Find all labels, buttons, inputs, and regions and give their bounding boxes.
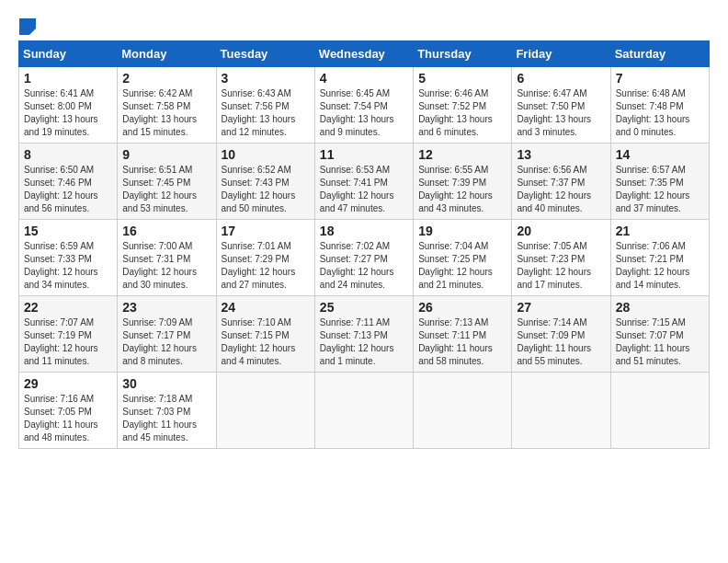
- calendar-cell: 11Sunrise: 6:53 AMSunset: 7:41 PMDayligh…: [314, 144, 413, 220]
- day-number: 2: [122, 71, 210, 86]
- day-number: 1: [24, 71, 112, 86]
- calendar-cell: 7Sunrise: 6:48 AMSunset: 7:48 PMDaylight…: [610, 67, 709, 144]
- day-info: Sunrise: 6:57 AMSunset: 7:35 PMDaylight:…: [616, 165, 690, 213]
- day-number: 27: [517, 300, 605, 315]
- day-number: 10: [222, 147, 310, 162]
- calendar-cell: 24Sunrise: 7:10 AMSunset: 7:15 PMDayligh…: [216, 296, 314, 373]
- logo: [18, 18, 37, 31]
- day-number: 11: [320, 147, 408, 162]
- calendar-cell: 4Sunrise: 6:45 AMSunset: 7:54 PMDaylight…: [314, 67, 413, 144]
- day-info: Sunrise: 6:48 AMSunset: 7:48 PMDaylight:…: [616, 88, 690, 137]
- day-number: 28: [616, 300, 704, 315]
- calendar-cell-empty: [216, 373, 314, 449]
- day-number: 9: [122, 147, 210, 162]
- day-info: Sunrise: 7:02 AMSunset: 7:27 PMDaylight:…: [320, 241, 394, 290]
- calendar-cell-empty: [414, 373, 512, 449]
- calendar-day-header: Monday: [118, 41, 216, 67]
- logo-icon: [19, 18, 36, 35]
- calendar-cell: 15Sunrise: 6:59 AMSunset: 7:33 PMDayligh…: [19, 220, 118, 296]
- day-number: 21: [616, 224, 704, 238]
- day-number: 19: [418, 224, 506, 238]
- day-number: 18: [320, 224, 408, 238]
- day-info: Sunrise: 7:11 AMSunset: 7:13 PMDaylight:…: [320, 317, 394, 366]
- calendar-table: SundayMondayTuesdayWednesdayThursdayFrid…: [18, 40, 710, 449]
- day-number: 23: [122, 300, 210, 315]
- calendar-cell-empty: [314, 373, 413, 449]
- calendar-cell-empty: [512, 373, 610, 449]
- day-info: Sunrise: 6:41 AMSunset: 8:00 PMDaylight:…: [24, 88, 98, 137]
- day-number: 26: [418, 300, 506, 315]
- day-info: Sunrise: 7:00 AMSunset: 7:31 PMDaylight:…: [122, 241, 197, 290]
- day-info: Sunrise: 6:59 AMSunset: 7:33 PMDaylight:…: [24, 241, 98, 290]
- calendar-cell: 9Sunrise: 6:51 AMSunset: 7:45 PMDaylight…: [118, 144, 216, 220]
- calendar-cell: 6Sunrise: 6:47 AMSunset: 7:50 PMDaylight…: [512, 67, 610, 144]
- day-number: 30: [122, 376, 210, 391]
- calendar-cell: 18Sunrise: 7:02 AMSunset: 7:27 PMDayligh…: [314, 220, 413, 296]
- day-number: 7: [616, 71, 704, 86]
- calendar-week-row: 8Sunrise: 6:50 AMSunset: 7:46 PMDaylight…: [19, 144, 710, 220]
- day-info: Sunrise: 6:55 AMSunset: 7:39 PMDaylight:…: [418, 165, 493, 213]
- calendar-week-row: 22Sunrise: 7:07 AMSunset: 7:19 PMDayligh…: [19, 296, 710, 373]
- calendar-cell: 16Sunrise: 7:00 AMSunset: 7:31 PMDayligh…: [118, 220, 216, 296]
- calendar-day-header: Wednesday: [314, 41, 413, 67]
- calendar-day-header: Sunday: [19, 41, 118, 67]
- day-number: 13: [517, 147, 605, 162]
- day-number: 5: [418, 71, 506, 86]
- calendar-cell: 26Sunrise: 7:13 AMSunset: 7:11 PMDayligh…: [414, 296, 512, 373]
- day-info: Sunrise: 7:15 AMSunset: 7:07 PMDaylight:…: [616, 317, 690, 366]
- calendar-day-header: Tuesday: [216, 41, 314, 67]
- day-info: Sunrise: 6:51 AMSunset: 7:45 PMDaylight:…: [122, 165, 197, 213]
- day-number: 20: [517, 224, 605, 238]
- day-number: 29: [24, 376, 112, 391]
- day-info: Sunrise: 7:10 AMSunset: 7:15 PMDaylight:…: [222, 317, 296, 366]
- calendar-cell: 8Sunrise: 6:50 AMSunset: 7:46 PMDaylight…: [19, 144, 118, 220]
- day-number: 8: [24, 147, 112, 162]
- calendar-cell: 5Sunrise: 6:46 AMSunset: 7:52 PMDaylight…: [414, 67, 512, 144]
- calendar-cell: 27Sunrise: 7:14 AMSunset: 7:09 PMDayligh…: [512, 296, 610, 373]
- calendar-cell: 14Sunrise: 6:57 AMSunset: 7:35 PMDayligh…: [610, 144, 709, 220]
- day-info: Sunrise: 7:13 AMSunset: 7:11 PMDaylight:…: [418, 317, 493, 366]
- calendar-cell: 22Sunrise: 7:07 AMSunset: 7:19 PMDayligh…: [19, 296, 118, 373]
- day-info: Sunrise: 6:56 AMSunset: 7:37 PMDaylight:…: [517, 165, 591, 213]
- calendar-cell-empty: [610, 373, 709, 449]
- page-header: [18, 18, 710, 31]
- calendar-cell: 10Sunrise: 6:52 AMSunset: 7:43 PMDayligh…: [216, 144, 314, 220]
- calendar-cell: 3Sunrise: 6:43 AMSunset: 7:56 PMDaylight…: [216, 67, 314, 144]
- calendar-week-row: 15Sunrise: 6:59 AMSunset: 7:33 PMDayligh…: [19, 220, 710, 296]
- day-number: 15: [24, 224, 112, 238]
- day-info: Sunrise: 6:47 AMSunset: 7:50 PMDaylight:…: [517, 88, 591, 137]
- day-number: 25: [320, 300, 408, 315]
- day-info: Sunrise: 6:46 AMSunset: 7:52 PMDaylight:…: [418, 88, 493, 137]
- day-info: Sunrise: 7:16 AMSunset: 7:05 PMDaylight:…: [24, 394, 98, 442]
- day-number: 24: [222, 300, 310, 315]
- calendar-day-header: Saturday: [610, 41, 709, 67]
- calendar-cell: 20Sunrise: 7:05 AMSunset: 7:23 PMDayligh…: [512, 220, 610, 296]
- calendar-cell: 12Sunrise: 6:55 AMSunset: 7:39 PMDayligh…: [414, 144, 512, 220]
- day-info: Sunrise: 7:14 AMSunset: 7:09 PMDaylight:…: [517, 317, 591, 366]
- calendar-day-header: Friday: [512, 41, 610, 67]
- day-info: Sunrise: 6:50 AMSunset: 7:46 PMDaylight:…: [24, 165, 98, 213]
- calendar-cell: 17Sunrise: 7:01 AMSunset: 7:29 PMDayligh…: [216, 220, 314, 296]
- calendar-cell: 29Sunrise: 7:16 AMSunset: 7:05 PMDayligh…: [19, 373, 118, 449]
- day-info: Sunrise: 7:09 AMSunset: 7:17 PMDaylight:…: [122, 317, 197, 366]
- calendar-cell: 13Sunrise: 6:56 AMSunset: 7:37 PMDayligh…: [512, 144, 610, 220]
- day-info: Sunrise: 7:05 AMSunset: 7:23 PMDaylight:…: [517, 241, 591, 290]
- calendar-cell: 30Sunrise: 7:18 AMSunset: 7:03 PMDayligh…: [118, 373, 216, 449]
- calendar-day-header: Thursday: [414, 41, 512, 67]
- calendar-header-row: SundayMondayTuesdayWednesdayThursdayFrid…: [19, 41, 710, 67]
- day-number: 17: [222, 224, 310, 238]
- day-number: 14: [616, 147, 704, 162]
- svg-marker-0: [19, 18, 36, 35]
- calendar-week-row: 1Sunrise: 6:41 AMSunset: 8:00 PMDaylight…: [19, 67, 710, 144]
- day-number: 22: [24, 300, 112, 315]
- day-info: Sunrise: 6:53 AMSunset: 7:41 PMDaylight:…: [320, 165, 394, 213]
- calendar-cell: 1Sunrise: 6:41 AMSunset: 8:00 PMDaylight…: [19, 67, 118, 144]
- day-info: Sunrise: 6:43 AMSunset: 7:56 PMDaylight:…: [222, 88, 296, 137]
- day-info: Sunrise: 7:04 AMSunset: 7:25 PMDaylight:…: [418, 241, 493, 290]
- calendar-cell: 23Sunrise: 7:09 AMSunset: 7:17 PMDayligh…: [118, 296, 216, 373]
- day-info: Sunrise: 7:18 AMSunset: 7:03 PMDaylight:…: [122, 394, 197, 442]
- day-info: Sunrise: 7:01 AMSunset: 7:29 PMDaylight:…: [222, 241, 296, 290]
- calendar-cell: 19Sunrise: 7:04 AMSunset: 7:25 PMDayligh…: [414, 220, 512, 296]
- day-number: 12: [418, 147, 506, 162]
- calendar-week-row: 29Sunrise: 7:16 AMSunset: 7:05 PMDayligh…: [19, 373, 710, 449]
